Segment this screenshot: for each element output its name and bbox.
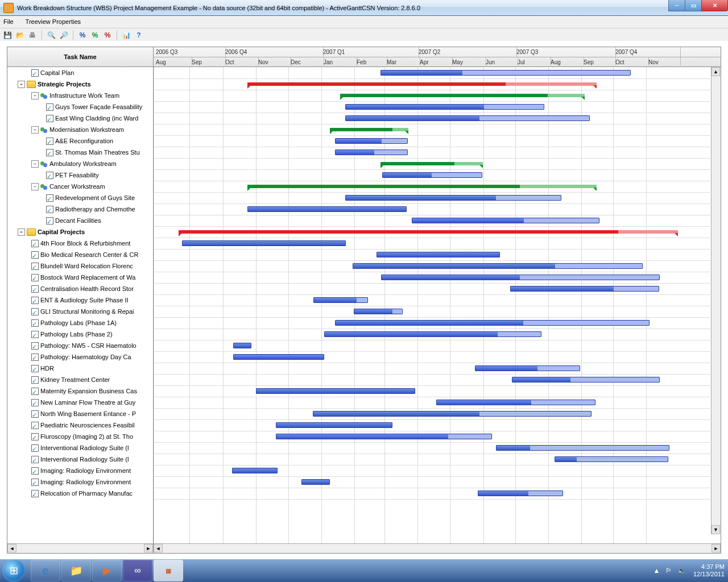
gantt-bar[interactable] xyxy=(247,206,407,212)
system-tray[interactable]: ▲ 🏳 🔈 4:37 PM 12/13/2011 xyxy=(653,560,725,581)
taskbar-vs-icon[interactable]: ∞ xyxy=(123,560,152,581)
summary-bar[interactable] xyxy=(330,128,408,131)
checkbox-icon[interactable] xyxy=(46,138,53,145)
checkbox-icon[interactable] xyxy=(31,433,39,440)
gantt-bar[interactable] xyxy=(381,275,660,280)
task-row[interactable]: Capital Plan xyxy=(7,67,153,78)
maximize-button[interactable]: ▭ xyxy=(685,0,702,11)
task-row[interactable]: Imaging: Radiology Environment xyxy=(7,476,153,488)
gantt-hscrollbar[interactable]: ◄ ► xyxy=(154,543,721,553)
gantt-bar[interactable] xyxy=(313,297,368,303)
summary-bar[interactable] xyxy=(340,94,585,97)
task-row[interactable]: Relocation of Pharmacy Manufac xyxy=(7,488,153,499)
checkbox-icon[interactable] xyxy=(31,342,39,350)
task-row[interactable]: Decant Facilities xyxy=(7,215,153,226)
task-row[interactable]: Blundell Ward Relocation Florenc xyxy=(7,260,153,272)
checkbox-icon[interactable] xyxy=(46,217,53,225)
open-icon[interactable]: 📂 xyxy=(15,30,25,40)
tree-hscrollbar[interactable]: ◄ ► xyxy=(7,543,153,553)
taskbar-app-icon[interactable]: ▦ xyxy=(154,560,183,581)
close-button[interactable]: ✕ xyxy=(701,0,728,11)
task-row[interactable]: −Capital Projects xyxy=(7,226,153,238)
gantt-bar[interactable] xyxy=(335,320,650,326)
task-row[interactable]: Interventional Radiology Suite (I xyxy=(7,454,153,465)
column-header-taskname[interactable]: Task Name xyxy=(7,47,153,67)
task-row[interactable]: Fluroscopy (Imaging 2) at St. Tho xyxy=(7,431,153,442)
summary-bar[interactable] xyxy=(247,82,597,86)
checkbox-icon[interactable] xyxy=(31,274,39,281)
task-row[interactable]: Maternity Expansion Business Cas xyxy=(7,385,153,397)
gantt-bar[interactable] xyxy=(382,172,482,178)
gantt-bar[interactable] xyxy=(276,422,392,428)
checkbox-icon[interactable] xyxy=(31,422,39,429)
checkbox-icon[interactable] xyxy=(46,115,53,122)
gantt-bar[interactable] xyxy=(354,309,403,314)
checkbox-icon[interactable] xyxy=(31,308,39,315)
gantt-bar[interactable] xyxy=(335,138,408,144)
task-row[interactable]: New Laminar Flow Theatre at Guy xyxy=(7,397,153,408)
gantt-bar[interactable] xyxy=(233,354,324,360)
task-row[interactable]: Bio Medical Research Center & CR xyxy=(7,249,153,260)
gantt-bar[interactable] xyxy=(478,490,563,496)
task-row[interactable]: Radiotherapy and Chemothe xyxy=(7,203,153,215)
checkbox-icon[interactable] xyxy=(31,444,39,452)
task-row[interactable]: Pathology Labs (Phase 1A) xyxy=(7,317,153,329)
gantt-bar[interactable] xyxy=(380,70,631,76)
gantt-bar[interactable] xyxy=(233,343,251,348)
gantt-bar[interactable] xyxy=(335,149,408,155)
chart-icon[interactable]: 📊 xyxy=(121,30,131,40)
gantt-bar[interactable] xyxy=(345,115,590,121)
gantt-bar[interactable] xyxy=(324,331,541,337)
minimize-button[interactable]: ─ xyxy=(668,0,685,11)
task-row[interactable]: Pathology: Haematology Day Ca xyxy=(7,351,153,363)
gantt-bar[interactable] xyxy=(313,411,592,417)
gantt-bar[interactable] xyxy=(182,240,346,246)
scroll-left-icon[interactable]: ◄ xyxy=(7,544,16,552)
checkbox-icon[interactable] xyxy=(31,354,39,361)
expand-icon[interactable]: − xyxy=(31,183,39,190)
start-button[interactable]: ⊞ xyxy=(2,559,25,582)
expand-icon[interactable]: − xyxy=(31,92,39,99)
scroll-right-icon[interactable]: ► xyxy=(144,544,153,552)
checkbox-icon[interactable] xyxy=(31,263,39,270)
gantt-bar[interactable] xyxy=(377,252,500,257)
checkbox-icon[interactable] xyxy=(46,194,53,202)
zoom-in-icon[interactable]: 🔍 xyxy=(46,30,56,40)
checkbox-icon[interactable] xyxy=(46,172,53,179)
gantt-bar[interactable] xyxy=(510,286,659,292)
gantt-bar[interactable] xyxy=(353,263,643,269)
task-row[interactable]: Centralisation Health Record Stor xyxy=(7,283,153,294)
task-row[interactable]: −Ambulatory Workstream xyxy=(7,158,153,169)
save-icon[interactable]: 💾 xyxy=(2,30,13,40)
task-row[interactable]: −Cancer Workstream xyxy=(7,181,153,192)
checkbox-icon[interactable] xyxy=(31,410,39,418)
gantt-bar[interactable] xyxy=(256,388,415,394)
help-icon[interactable]: ? xyxy=(134,30,144,40)
tray-clock[interactable]: 4:37 PM 12/13/2011 xyxy=(693,563,725,578)
checkbox-icon[interactable] xyxy=(31,467,39,475)
task-row[interactable]: A&E Reconfiguration xyxy=(7,135,153,147)
task-row[interactable]: Guys Tower Façade Feasability xyxy=(7,101,153,113)
task-row[interactable]: North Wing Basement Entance - P xyxy=(7,408,153,419)
checkbox-icon[interactable] xyxy=(31,331,39,338)
gantt-bar[interactable] xyxy=(512,377,660,383)
expand-icon[interactable]: − xyxy=(31,160,39,168)
task-row[interactable]: Redevelopment of Guys Site xyxy=(7,192,153,203)
menu-treeview-properties[interactable]: Treeview Properties xyxy=(26,18,81,25)
gantt-bar[interactable] xyxy=(301,479,330,485)
task-row[interactable]: Pathology Labs (Phase 2) xyxy=(7,329,153,340)
print-icon[interactable]: 🖶 xyxy=(27,30,38,40)
gantt-bar[interactable] xyxy=(412,218,599,223)
scroll-up-icon[interactable]: ▲ xyxy=(712,67,720,76)
task-row[interactable]: −Infrastructure Work Team xyxy=(7,90,153,101)
zoom-out-icon[interactable]: 🔎 xyxy=(59,30,69,40)
checkbox-icon[interactable] xyxy=(46,103,53,111)
checkbox-icon[interactable] xyxy=(31,399,39,406)
checkbox-icon[interactable] xyxy=(46,149,53,156)
task-tree[interactable]: Capital Plan−Strategic Projects−Infrastr… xyxy=(7,67,153,543)
gantt-bar[interactable] xyxy=(475,365,580,371)
summary-bar[interactable] xyxy=(247,185,597,188)
gantt-bar[interactable] xyxy=(232,468,278,473)
task-row[interactable]: Kidney Treatment Center xyxy=(7,374,153,385)
percent-green-icon[interactable]: % xyxy=(90,30,100,40)
